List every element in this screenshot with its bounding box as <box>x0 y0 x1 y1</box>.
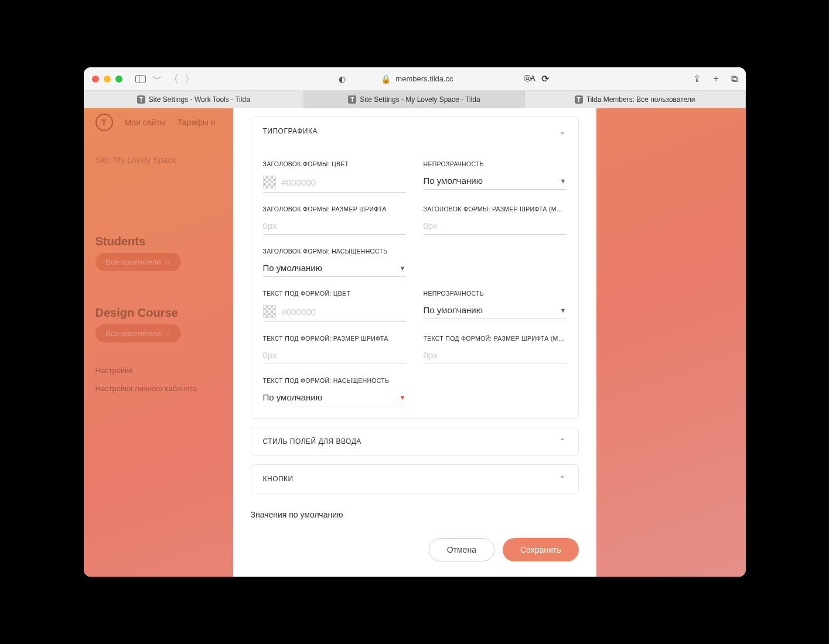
input-placeholder: 0px <box>424 350 438 360</box>
browser-tab[interactable]: T Tilda Members: Все пользователи <box>525 91 746 108</box>
field-label: ТЕКСТ ПОД ФОРМОЙ: РАЗМЕР ШРИФТА <box>263 335 406 342</box>
under-text-size-input[interactable]: 0px <box>263 347 406 364</box>
settings-modal: ТИПОГРАФИКА ⌄ ЗАГОЛОВОК ФОРМЫ: ЦВЕТ #000… <box>233 108 596 577</box>
browser-tab[interactable]: T Site Settings - My Lovely Space - Tild… <box>304 91 525 108</box>
cancel-button[interactable]: Отмена <box>429 538 494 561</box>
form-title-size-input[interactable]: 0px <box>263 217 406 235</box>
app-body: T Мои сайты Тарифы и Site: My Lovely Spa… <box>84 108 746 577</box>
minimize-window-button[interactable] <box>104 76 111 83</box>
nav-tariffs: Тарифы и <box>178 118 216 127</box>
input-placeholder: #000000 <box>282 177 316 187</box>
section-title: СТИЛЬ ПОЛЕЙ ДЛЯ ВВОДА <box>263 437 361 446</box>
share-icon[interactable]: ⇪ <box>693 73 701 84</box>
select-value: По умолчанию <box>424 176 483 186</box>
under-text-color-input[interactable]: #000000 <box>263 302 406 322</box>
under-text-size-mobile-input[interactable]: 0px <box>424 347 567 364</box>
browser-tab[interactable]: T Site Settings - Work Tools - Tilda <box>84 91 305 108</box>
section-buttons: КНОПКИ ⌃ <box>251 464 579 494</box>
caret-down-icon: ▼ <box>400 265 406 272</box>
color-swatch-icon <box>263 305 276 318</box>
traffic-lights <box>92 76 122 83</box>
sidebar-toggle-icon[interactable] <box>135 75 146 83</box>
select-value: По умолчанию <box>263 263 322 273</box>
select-value: По умолчанию <box>424 305 483 315</box>
field-label: ТЕКСТ ПОД ФОРМОЙ: РАЗМЕР ШРИФТА (М… <box>424 335 567 342</box>
address-bar[interactable]: 🔒 members.tilda.cc <box>381 74 453 84</box>
input-placeholder: 0px <box>263 221 277 231</box>
field-label: ЗАГОЛОВОК ФОРМЫ: РАЗМЕР ШРИФТА <box>263 205 406 213</box>
bg-sidebar: Site: My Lovely Space Students Все посет… <box>95 155 236 393</box>
reload-icon[interactable]: ⟳ <box>541 73 549 84</box>
maximize-window-button[interactable] <box>115 76 122 83</box>
defaults-link[interactable]: Значения по умолчанию <box>251 510 579 519</box>
tabs-overview-icon[interactable]: ⧉ <box>731 74 738 84</box>
bg-link-settings: Настройки <box>95 366 236 375</box>
tab-label: Tilda Members: Все пользователи <box>586 95 695 104</box>
bg-design-button: Все посетители → <box>95 324 182 342</box>
modal-footer: Отмена Сохранить <box>233 526 596 577</box>
browser-titlebar: ﹀ 〈 〉 ◐ 🔒 members.tilda.cc ⓐA ⟳ ⇪ ＋ ⧉ <box>84 67 746 91</box>
browser-window: ﹀ 〈 〉 ◐ 🔒 members.tilda.cc ⓐA ⟳ ⇪ ＋ ⧉ T … <box>84 67 746 577</box>
section-title: КНОПКИ <box>263 475 294 483</box>
close-window-button[interactable] <box>92 76 99 83</box>
translate-icon[interactable]: ⓐA <box>524 74 535 84</box>
color-swatch-icon <box>263 176 276 189</box>
caret-down-icon: ▼ <box>560 177 567 184</box>
favicon-icon: T <box>575 95 583 104</box>
favicon-icon: T <box>137 95 145 104</box>
nav-mysites: Мои сайты <box>125 118 166 127</box>
field-label: НЕПРОЗРАЧНОСТЬ <box>424 160 567 167</box>
tab-label: Site Settings - Work Tools - Tilda <box>149 95 250 104</box>
field-label: ТЕКСТ ПОД ФОРМОЙ: ЦВЕТ <box>263 290 406 297</box>
opacity-select-2[interactable]: По умолчанию ▼ <box>424 302 567 319</box>
lock-icon: 🔒 <box>381 74 391 84</box>
chevron-up-icon: ⌃ <box>559 437 567 446</box>
form-title-size-mobile-input[interactable]: 0px <box>424 217 567 235</box>
field-label: НЕПРОЗРАЧНОСТЬ <box>424 290 567 297</box>
bg-link-cabinet: Настройки личного кабинета <box>95 384 236 393</box>
chevron-up-icon: ⌃ <box>559 474 567 484</box>
section-header-buttons[interactable]: КНОПКИ ⌃ <box>251 465 578 493</box>
new-tab-button[interactable]: ＋ <box>711 73 721 85</box>
form-title-color-input[interactable]: #000000 <box>263 172 406 193</box>
select-value: По умолчанию <box>263 392 322 402</box>
caret-down-icon: ▼ <box>400 394 406 401</box>
under-text-weight-select[interactable]: По умолчанию ▼ <box>263 389 406 406</box>
bg-site-title: Site: My Lovely Space <box>95 155 236 165</box>
input-placeholder: 0px <box>424 221 438 231</box>
tab-label: Site Settings - My Lovely Space - Tilda <box>360 95 480 104</box>
nav-forward-button[interactable]: 〉 <box>185 72 195 86</box>
section-input-style: СТИЛЬ ПОЛЕЙ ДЛЯ ВВОДА ⌃ <box>251 427 579 456</box>
section-title: ТИПОГРАФИКА <box>263 127 318 135</box>
field-label: ТЕКСТ ПОД ФОРМОЙ: НАСЫЩЕННОСТЬ <box>263 377 406 384</box>
bg-students-button: Все посетители → <box>95 253 182 271</box>
bg-design-heading: Design Course <box>95 306 236 320</box>
field-label: ЗАГОЛОВОК ФОРМЫ: НАСЫЩЕННОСТЬ <box>263 248 406 255</box>
section-header-typography[interactable]: ТИПОГРАФИКА ⌄ <box>251 117 578 145</box>
section-typography: ТИПОГРАФИКА ⌄ ЗАГОЛОВОК ФОРМЫ: ЦВЕТ #000… <box>251 117 579 419</box>
chevron-down-icon: ⌄ <box>559 126 567 136</box>
input-placeholder: #000000 <box>282 307 316 317</box>
shield-icon[interactable]: ◐ <box>339 74 346 84</box>
caret-down-icon: ▼ <box>560 307 567 314</box>
input-placeholder: 0px <box>263 350 277 360</box>
browser-tabstrip: T Site Settings - Work Tools - Tilda T S… <box>84 91 746 108</box>
field-label: ЗАГОЛОВОК ФОРМЫ: РАЗМЕР ШРИФТА (М… <box>424 205 567 213</box>
tilda-logo-icon: T <box>95 114 113 131</box>
section-header-input-style[interactable]: СТИЛЬ ПОЛЕЙ ДЛЯ ВВОДА ⌃ <box>251 427 578 455</box>
save-button[interactable]: Сохранить <box>503 538 579 561</box>
opacity-select[interactable]: По умолчанию ▼ <box>424 172 567 190</box>
chevron-down-icon[interactable]: ﹀ <box>152 72 162 86</box>
form-title-weight-select[interactable]: По умолчанию ▼ <box>263 259 406 277</box>
bg-students-heading: Students <box>95 235 236 248</box>
nav-back-button[interactable]: 〈 <box>168 72 179 86</box>
field-label: ЗАГОЛОВОК ФОРМЫ: ЦВЕТ <box>263 160 406 167</box>
url-text: members.tilda.cc <box>395 74 453 83</box>
favicon-icon: T <box>348 95 356 104</box>
